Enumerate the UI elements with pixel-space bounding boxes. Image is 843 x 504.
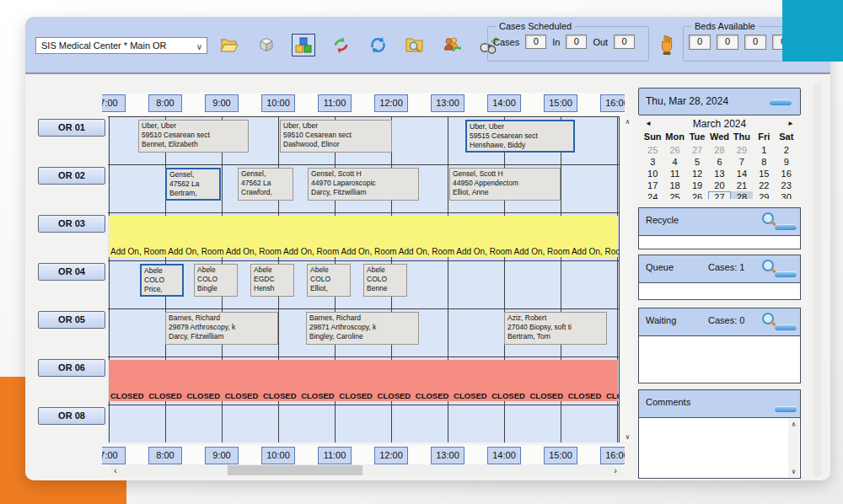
queue-header[interactable]: QueueCases: 1 [639,255,800,283]
case-block[interactable]: Barnes, Richard29871 Arthroscopy, kBingl… [306,312,419,345]
waiting-header[interactable]: WaitingCases: 0 [639,308,800,336]
calendar-day[interactable]: 15 [753,168,775,180]
time-label[interactable]: 7:00 [102,447,126,464]
case-block[interactable]: Gensel, Scott H44970 LaparoscopicDarcy, … [308,168,419,201]
grid-vertical-scrollbar[interactable]: ∧ ∨ [622,116,633,442]
case-block[interactable]: AbeleCOLOBingle [194,264,238,297]
scroll-right-icon[interactable]: › [614,464,617,476]
calendar-day[interactable]: 3 [642,156,663,168]
case-block[interactable]: Uber, Uber59510 Cesarean sectBennet, Eli… [138,120,249,153]
calendar-day[interactable]: 16 [776,168,797,180]
calendar-day[interactable]: 10 [642,168,663,180]
calendar-day[interactable]: 6 [708,156,730,168]
time-label[interactable]: 15:00 [544,94,577,112]
calendar-day[interactable]: 25 [642,144,663,156]
collapse-pill[interactable] [775,406,797,412]
calendar-day[interactable]: 23 [776,180,797,191]
horizontal-scrollbar[interactable]: ‹ › [110,464,621,476]
calendar-day[interactable]: 25 [663,191,685,199]
waiting-body[interactable] [639,336,800,383]
calendar-day[interactable]: 28 [708,144,730,156]
or-room-button-or-06[interactable]: OR 06 [38,359,105,377]
time-label[interactable]: 15:00 [544,447,577,464]
case-block[interactable]: Uber, Uber59510 Cesarean sectDashwood, E… [280,120,392,153]
comments-body[interactable]: ∧∨ [639,418,800,478]
closed-banner[interactable]: CLOSED CLOSED CLOSED CLOSED CLOSED CLOSE… [109,360,618,401]
window-scrollbar[interactable] [813,83,822,477]
date-header-panel[interactable]: Thu, Mar 28, 2024 [638,88,801,115]
calendar-day[interactable]: 27 [686,144,708,156]
search-folder-icon[interactable] [403,34,427,56]
time-label[interactable]: 16:00 [600,94,625,112]
time-label[interactable]: 14:00 [487,94,521,112]
calendar-day[interactable]: 5 [686,156,708,168]
or-room-button-or-02[interactable]: OR 02 [38,167,105,185]
case-block[interactable]: AbeleCOLOPrice, [140,264,184,297]
or-room-button-or-08[interactable]: OR 08 [38,407,105,425]
collapse-pill[interactable] [770,99,792,105]
calendar-day[interactable]: 8 [753,156,775,168]
calendar-day[interactable]: 29 [753,191,775,199]
time-label[interactable]: 11:00 [318,94,352,112]
time-label[interactable]: 12:00 [374,447,408,464]
blocks-icon[interactable] [292,34,315,56]
calendar-day[interactable]: 9 [776,156,797,168]
scroll-up-icon[interactable]: ∧ [788,421,799,428]
case-block[interactable]: AbeleEGDCHensh [250,264,294,297]
case-block[interactable]: Gensel, Scott H44950 AppendectomElliot, … [449,168,561,201]
time-label[interactable]: 9:00 [205,94,239,112]
calendar-day[interactable]: 26 [686,191,708,199]
glove-icon[interactable] [659,34,676,57]
location-dropdown[interactable]: SIS Medical Center * Main OR ∨ [35,37,207,54]
calendar-day[interactable]: 7 [731,156,753,168]
bed-value-field-2[interactable]: 0 [717,35,738,50]
calendar-day[interactable]: 24 [642,191,663,199]
calendar-day[interactable]: 4 [663,156,685,168]
case-block[interactable]: Barnes, Richard29879 Arthroscopy, kDarcy… [165,312,278,345]
calendar-day[interactable]: 21 [731,180,753,191]
case-block[interactable]: Gensel,47562 LaBertram, [165,168,221,201]
time-label[interactable]: 8:00 [148,447,182,464]
comments-header[interactable]: Comments [639,390,800,418]
horizontal-scrollbar-thumb[interactable] [228,465,362,475]
package-icon[interactable] [255,34,278,56]
time-label[interactable]: 13:00 [431,447,464,464]
swap-arrows-icon[interactable] [329,34,352,56]
calendar-day[interactable]: 29 [731,144,753,156]
time-label[interactable]: 14:00 [487,447,521,464]
calendar-day[interactable]: 18 [663,180,685,191]
recycle-body[interactable] [639,236,800,249]
or-room-button-or-05[interactable]: OR 05 [38,311,105,329]
calendar-prev-icon[interactable]: ◄ [645,120,652,127]
scroll-down-icon[interactable]: ∨ [622,433,633,441]
or-room-button-or-04[interactable]: OR 04 [38,263,105,281]
open-folder-icon[interactable] [217,34,241,56]
calendar-day[interactable]: 12 [686,168,708,180]
case-block[interactable]: Aziz, Robert27040 Biopsy, soft tiBertram… [504,312,607,345]
bed-value-field-3[interactable]: 0 [744,35,766,50]
calendar-day[interactable]: 2 [776,144,797,156]
calendar-day[interactable]: 1 [753,144,775,156]
time-label[interactable]: 8:00 [148,94,182,112]
calendar-day[interactable]: 19 [686,180,708,191]
time-label[interactable]: 16:00 [600,447,625,464]
users-sync-icon[interactable] [440,34,464,56]
calendar-day[interactable]: 22 [753,180,775,191]
comments-scrollbar[interactable]: ∧∨ [788,419,799,477]
scroll-up-icon[interactable]: ∧ [622,118,633,126]
calendar-day[interactable]: 26 [663,144,685,156]
time-label[interactable]: 12:00 [374,94,408,112]
cases-value-field[interactable]: 0 [525,35,546,49]
scroll-left-icon[interactable]: ‹ [114,464,117,476]
calendar-day[interactable]: 20 [708,180,730,191]
addon-banner[interactable]: Add On, Room Add On, Room Add On, Room A… [109,216,618,257]
case-block[interactable]: Gensel,47562 LaCrawford, [238,168,293,201]
case-block[interactable]: Uber, Uber59515 Cesarean sectHenshawe, B… [465,120,575,153]
calendar-day[interactable]: 17 [642,180,663,191]
case-block[interactable]: AbeleCOLOBenne [363,264,407,297]
collapse-pill[interactable] [775,271,797,277]
time-label[interactable]: 10:00 [261,447,295,464]
calendar-day[interactable]: 11 [663,168,685,180]
time-label[interactable]: 11:00 [318,447,352,464]
queue-body[interactable] [639,283,800,299]
